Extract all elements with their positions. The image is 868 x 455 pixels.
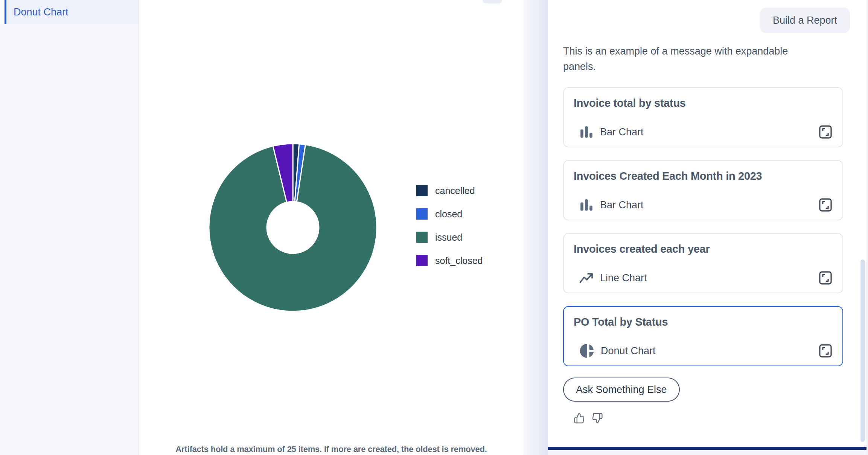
chat-bottom-area [548,450,866,455]
chat-input-divider [548,447,866,450]
chat-panel: Build a Report This is an example of a m… [548,0,866,455]
legend-swatch [416,185,428,196]
artifact-viewer: cancelledclosedissuedsoft_closed Artifac… [139,0,523,455]
legend-label: cancelled [435,185,475,196]
thumbs-down-icon[interactable] [592,412,604,424]
user-message-bubble: Build a Report [760,8,850,33]
panel-card-title: Invoices created each year [574,243,833,255]
panel-card-title: Invoices Created Each Month in 2023 [574,170,833,182]
artifact-sidebar: Donut Chart [0,0,139,455]
panel-card-type-label: Line Chart [600,272,647,284]
sidebar-item-donut-chart[interactable]: Donut Chart [0,0,139,24]
legend-item-issued[interactable]: issued [416,232,483,243]
panel-card-po-total-by-status[interactable]: PO Total by Status Donut Chart [563,306,843,366]
sidebar-item-label: Donut Chart [14,6,69,18]
panel-card-type-row: Bar Chart [579,123,644,141]
panel-card-invoices-created-each-year[interactable]: Invoices created each year Line Chart [563,233,843,293]
legend-item-closed[interactable]: closed [416,208,483,220]
chart-legend: cancelledclosedissuedsoft_closed [416,185,483,266]
legend-label: issued [435,232,462,243]
legend-label: closed [435,209,462,220]
panel-card-invoices-created-each-month[interactable]: Invoices Created Each Month in 2023 Bar … [563,160,843,220]
panel-card-type-label: Donut Chart [601,345,656,357]
legend-swatch [416,208,428,220]
feedback-row [574,412,604,424]
assistant-message: This is an example of a message with exp… [563,44,812,74]
panel-card-title: Invoice total by status [574,97,833,109]
line-chart-icon [579,270,594,285]
bar-chart-icon [579,124,594,140]
legend-item-soft_closed[interactable]: soft_closed [416,255,483,266]
expand-icon[interactable] [818,269,833,287]
ask-something-else-button[interactable]: Ask Something Else [563,378,680,402]
expand-icon[interactable] [818,196,833,214]
panel-card-type-label: Bar Chart [600,199,644,211]
legend-swatch [416,232,428,243]
panel-card-title: PO Total by Status [574,316,833,328]
app-window: Donut Chart cancelledclosedissuedsoft_cl… [0,0,868,455]
donut-chart-svg [195,130,391,325]
expand-icon[interactable] [818,342,833,359]
legend-swatch [416,255,428,266]
donut-chart-icon [579,343,595,359]
panel-card-type-label: Bar Chart [600,126,644,138]
expand-icon[interactable] [818,123,833,141]
panel-card-type-row: Line Chart [579,269,647,287]
donut-chart[interactable] [195,130,391,325]
chat-scrollbar-thumb[interactable] [860,259,865,442]
legend-label: soft_closed [435,255,483,266]
panel-card-invoice-total-by-status[interactable]: Invoice total by status Bar Chart [563,87,843,147]
panel-card-type-row: Donut Chart [579,342,656,359]
panel-card-type-row: Bar Chart [579,196,644,214]
bar-chart-icon [579,197,594,212]
collapsed-toolbar-chip[interactable] [483,0,502,3]
legend-item-cancelled[interactable]: cancelled [416,185,483,196]
panel-gutter [523,0,548,455]
artifact-limit-note: Artifacts hold a maximum of 25 items. If… [139,444,523,454]
expandable-panel-list: Invoice total by status Bar Chart [563,87,843,366]
thumbs-up-icon[interactable] [574,412,586,424]
